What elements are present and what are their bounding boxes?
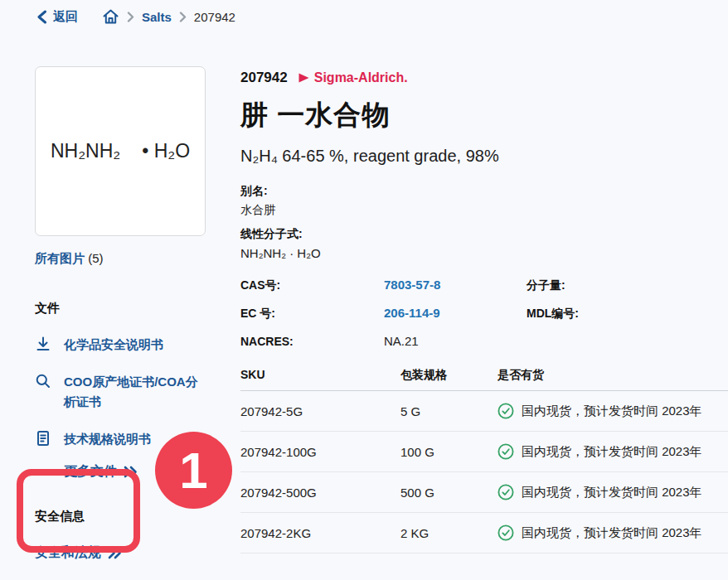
linear-formula-label: 线性分子式: bbox=[240, 227, 728, 242]
size-cell: 2 KG bbox=[400, 526, 497, 540]
back-button[interactable]: 返回 bbox=[36, 9, 78, 25]
size-cell: 5 G bbox=[400, 404, 497, 418]
all-images-link[interactable]: 所有图片 bbox=[35, 251, 85, 265]
cas-label: CAS号: bbox=[240, 278, 384, 293]
availability-cell: 国内现货，预计发货时间 2023年 bbox=[497, 443, 728, 460]
availability-cell: 国内现货，预计发货时间 2023年 bbox=[497, 403, 728, 419]
download-icon bbox=[35, 336, 51, 352]
size-cell: 500 G bbox=[400, 486, 497, 500]
sidebar-item-sds[interactable]: 化学品安全说明书 bbox=[35, 335, 211, 354]
availability-cell: 国内现货，预计发货时间 2023年 bbox=[497, 484, 728, 500]
safety-heading: 安全信息 bbox=[35, 509, 211, 524]
double-chevron-right-icon bbox=[124, 466, 138, 478]
sku-table: SKU 包装规格 是否有货 207942-5G 5 G 国内现货，预计发货时间 … bbox=[240, 368, 728, 553]
molecular-weight-label: 分子量: bbox=[527, 278, 728, 293]
safety-link-label: 安全和法规 bbox=[35, 544, 101, 562]
sku-cell: 207942-5G bbox=[240, 404, 400, 418]
sku-cell: 207942-2KG bbox=[240, 526, 400, 540]
sidebar-item-spec-sheet[interactable]: 技术规格说明书 bbox=[35, 429, 211, 448]
product-description: N₂H₄ 64-65 %, reagent grade, 98% bbox=[240, 147, 728, 166]
document-icon bbox=[35, 430, 51, 447]
more-documents-label: 更多文件 bbox=[64, 463, 117, 481]
chevron-left-icon bbox=[36, 10, 47, 24]
ec-label: EC 号: bbox=[240, 307, 384, 321]
availability-text: 国内现货，预计发货时间 2023年 bbox=[522, 525, 702, 541]
identifier-row-nacres: NACRES: NA.21 bbox=[240, 334, 728, 348]
nacres-label: NACRES: bbox=[240, 335, 384, 348]
check-circle-icon bbox=[497, 484, 514, 500]
product-attributes: 别名: 水合肼 线性分子式: NH₂NH₂ · H₂O bbox=[240, 184, 728, 260]
breadcrumb-current: 207942 bbox=[194, 10, 235, 24]
chevron-right-icon bbox=[179, 12, 187, 22]
sku-cell: 207942-500G bbox=[240, 486, 400, 500]
cas-number-link[interactable]: 7803-57-8 bbox=[384, 278, 527, 292]
structure-formula-right: • H₂O bbox=[142, 140, 190, 162]
ec-number-link[interactable]: 206-114-9 bbox=[384, 306, 527, 320]
product-identifiers: CAS号: 7803-57-8 分子量: EC 号: 206-114-9 MDL… bbox=[240, 278, 728, 348]
column-header-size: 包装规格 bbox=[400, 368, 497, 383]
product-main: 207942 Sigma-Aldrich. 肼 一水合物 N₂H₄ 64-65 … bbox=[240, 70, 728, 553]
nacres-value: NA.21 bbox=[384, 334, 527, 348]
safety-and-regulations-link[interactable]: 安全和法规 bbox=[35, 544, 211, 562]
breadcrumb: 返回 Salts 207942 bbox=[36, 8, 235, 25]
table-row[interactable]: 207942-5G 5 G 国内现货，预计发货时间 2023年 bbox=[240, 391, 728, 432]
chevron-right-icon bbox=[127, 12, 134, 22]
column-header-availability: 是否有货 bbox=[497, 368, 728, 383]
search-icon bbox=[35, 373, 51, 389]
identifier-row-cas: CAS号: 7803-57-8 分子量: bbox=[240, 278, 728, 293]
column-header-sku: SKU bbox=[240, 368, 400, 383]
sidebar-item-label: 技术规格说明书 bbox=[64, 429, 206, 448]
sku-table-header: SKU 包装规格 是否有货 bbox=[240, 368, 728, 391]
home-icon[interactable] bbox=[102, 8, 119, 25]
table-row[interactable]: 207942-2KG 2 KG 国内现货，预计发货时间 2023年 bbox=[240, 513, 728, 553]
brand-logo: Sigma-Aldrich. bbox=[298, 70, 408, 85]
check-circle-icon bbox=[497, 403, 514, 419]
structure-formula-left: NH₂NH₂ bbox=[51, 140, 120, 162]
product-structure-image[interactable]: NH₂NH₂ • H₂O bbox=[35, 66, 206, 236]
mdl-label: MDL编号: bbox=[527, 307, 728, 321]
sidebar-item-label: COO原产地证书/COA分析证书 bbox=[64, 372, 206, 411]
all-images-row: 所有图片 (5) bbox=[35, 251, 211, 267]
linear-formula-value: NH₂NH₂ · H₂O bbox=[240, 246, 728, 260]
brand-name: Sigma-Aldrich. bbox=[314, 70, 408, 85]
sku-cell: 207942-100G bbox=[240, 445, 400, 459]
table-row[interactable]: 207942-500G 500 G 国内现货，预计发货时间 2023年 bbox=[240, 472, 728, 513]
synonym-value: 水合肼 bbox=[240, 203, 728, 218]
page-title: 肼 一水合物 bbox=[240, 97, 728, 134]
identifier-row-ec: EC 号: 206-114-9 MDL编号: bbox=[240, 306, 728, 321]
availability-text: 国内现货，预计发货时间 2023年 bbox=[522, 404, 702, 419]
availability-text: 国内现货，预计发货时间 2023年 bbox=[522, 485, 702, 500]
sidebar-item-label: 化学品安全说明书 bbox=[64, 335, 206, 354]
breadcrumb-section[interactable]: Salts bbox=[142, 10, 172, 24]
check-circle-icon bbox=[497, 443, 514, 460]
product-number: 207942 bbox=[240, 70, 288, 86]
all-images-count: (5) bbox=[88, 251, 103, 265]
sidebar: NH₂NH₂ • H₂O 所有图片 (5) 文件 化学品安全说明书 COO原产地… bbox=[35, 66, 211, 562]
product-header: 207942 Sigma-Aldrich. bbox=[240, 70, 728, 86]
synonym-label: 别名: bbox=[240, 184, 728, 199]
back-label: 返回 bbox=[53, 9, 78, 25]
check-circle-icon bbox=[497, 524, 514, 541]
size-cell: 100 G bbox=[400, 445, 497, 459]
table-row[interactable]: 207942-100G 100 G 国内现货，预计发货时间 2023年 bbox=[240, 432, 728, 472]
sidebar-item-coo-coa[interactable]: COO原产地证书/COA分析证书 bbox=[35, 372, 211, 411]
availability-cell: 国内现货，预计发货时间 2023年 bbox=[497, 524, 728, 541]
files-heading: 文件 bbox=[35, 301, 211, 317]
availability-text: 国内现货，预计发货时间 2023年 bbox=[522, 444, 702, 460]
more-documents-link[interactable]: 更多文件 bbox=[64, 463, 211, 481]
brand-triangle-icon bbox=[298, 72, 310, 84]
double-chevron-right-icon bbox=[108, 547, 122, 559]
